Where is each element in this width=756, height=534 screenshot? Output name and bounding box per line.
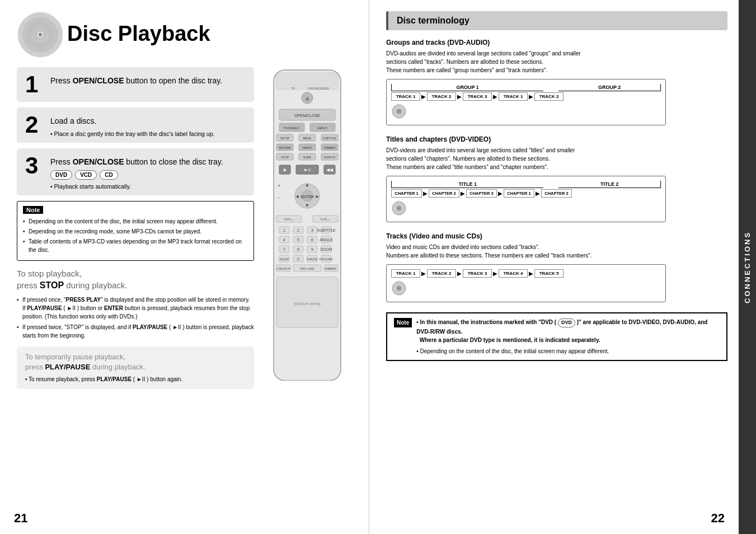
note-item-2: Depending on the recording mode, some MP… — [23, 227, 248, 236]
svg-text:6: 6 — [311, 238, 313, 242]
step-2-content: Load a discs. • Place a disc gently into… — [50, 113, 246, 137]
svg-text:TV/TL +: TV/TL + — [284, 218, 294, 221]
left-main-content: 1 Press OPEN/CLOSE button to open the di… — [17, 67, 358, 389]
page-container: Disc Playback 1 Press OPEN/CLOSE button … — [0, 0, 756, 534]
note-content: Depending on the content of the disc, th… — [23, 217, 248, 254]
note-item-1: Depending on the content of the disc, th… — [23, 217, 248, 226]
note-title: Note — [23, 206, 43, 214]
svg-text:PROG/MU: PROG/MU — [320, 257, 333, 261]
svg-point-100 — [398, 207, 400, 209]
term-section-1-title: Groups and tracks (DVD-AUDIO) — [386, 39, 727, 46]
svg-text:DVD-RECEIVER: DVD-RECEIVER — [308, 87, 329, 90]
svg-point-97 — [398, 110, 400, 113]
svg-text:SURR: SURR — [303, 156, 312, 159]
svg-text:▲: ▲ — [305, 182, 310, 188]
svg-text:◀◀: ◀◀ — [326, 167, 334, 172]
titles-diagram: TITLE 1 TITLE 2 CHAPTER 1 ▶ CHAPTER 2 ▶ … — [386, 176, 666, 222]
svg-text:SLEEP: SLEEP — [280, 257, 289, 261]
pause-note: • To resume playback, press PLAY/PAUSE (… — [25, 375, 246, 383]
remote-control-svg: ⏻ TV DVD-RECEIVER OPEN/CLOSE TV/VIDEO IN… — [262, 67, 352, 381]
svg-text:ZOOM: ZOOM — [321, 247, 332, 251]
svg-text:▼: ▼ — [305, 203, 310, 208]
term-section-tracks: Tracks (Video and music CDs) Video and m… — [386, 232, 727, 302]
svg-text:CANCEL: CANCEL — [307, 257, 318, 261]
step-3-content: Press OPEN/CLOSE button to close the dis… — [50, 154, 246, 190]
note-bottom-line-2: • Depending on the content of the disc, … — [416, 347, 720, 355]
svg-text:RETURN: RETURN — [279, 146, 291, 149]
svg-text:J.SEARCH: J.SEARCH — [276, 267, 290, 270]
term-section-1-desc: DVD-audios are divided into several larg… — [386, 49, 727, 74]
svg-text:SUBTITLE: SUBTITLE — [323, 137, 337, 140]
step-3-text: Press OPEN/CLOSE button to close the dis… — [50, 157, 246, 168]
step-1-text: Press OPEN/CLOSE button to open the disc… — [50, 76, 246, 87]
svg-text:(bottom area): (bottom area) — [294, 301, 321, 306]
step-2-text: Load a discs. — [50, 116, 246, 127]
svg-text:■: ■ — [284, 167, 287, 172]
badge-dvd: DVD — [50, 170, 72, 180]
note-box-bottom: Note • In this manual, the instructions … — [386, 312, 727, 361]
svg-text:TV/VIDEO: TV/VIDEO — [284, 127, 299, 130]
badge-cd: CD — [100, 170, 118, 180]
term-section-2-title: Titles and chapters (DVD-VIDEO) — [386, 135, 727, 143]
svg-text:STOP: STOP — [281, 156, 289, 159]
stop-notes: If pressed once, "PRESS PLAY" is display… — [17, 296, 254, 340]
svg-text:SETUP: SETUP — [280, 137, 290, 140]
note-item-3: Table of contents of a MP3-CD varies dep… — [23, 237, 248, 254]
dvd-badge-note: DVD — [558, 318, 575, 327]
badge-vcd: VCD — [75, 170, 97, 180]
remote-control-col: ⏻ TV DVD-RECEIVER OPEN/CLOSE TV/VIDEO IN… — [262, 67, 358, 389]
stop-note-1: If pressed once, "PRESS PLAY" is display… — [17, 296, 254, 321]
svg-point-103 — [398, 287, 400, 289]
svg-text:►: ► — [315, 194, 320, 199]
svg-text:TV/TL +: TV/TL + — [320, 218, 330, 221]
svg-text:OPEN/CLOSE: OPEN/CLOSE — [294, 114, 320, 118]
svg-text:DIMMER: DIMMER — [324, 146, 336, 149]
svg-text:OSD LANG: OSD LANG — [300, 267, 314, 270]
step-3-number: 3 — [25, 154, 45, 177]
step-1-box: 1 Press OPEN/CLOSE button to open the di… — [17, 67, 254, 102]
svg-text:7: 7 — [283, 247, 285, 251]
svg-text:8: 8 — [297, 247, 299, 251]
stop-section: To stop playback, press STOP during play… — [17, 268, 254, 339]
terminology-header: Disc terminology — [386, 11, 727, 30]
pause-heading: To temporarily pause playback, press PLA… — [25, 352, 246, 372]
svg-text:DIMMER: DIMMER — [325, 267, 337, 270]
term-section-3-desc: Video and music CDs are divided into sec… — [386, 243, 727, 260]
svg-text:TV: TV — [292, 87, 295, 90]
svg-text:1: 1 — [283, 228, 285, 232]
svg-text:MENU: MENU — [303, 137, 312, 140]
svg-text:ANGLE: ANGLE — [320, 238, 333, 242]
step-1-number: 1 — [25, 73, 45, 96]
svg-text:—: — — [278, 196, 281, 199]
pause-section: To temporarily pause playback, press PLA… — [17, 346, 254, 389]
step-2-number: 2 — [25, 113, 45, 137]
tracks-diagram: TRACK 1 ▶ TRACK 2 ▶ TRACK 3 ▶ TRACK 4 ▶ … — [386, 264, 666, 302]
svg-text:0: 0 — [297, 257, 299, 261]
term-section-3-title: Tracks (Video and music CDs) — [386, 232, 727, 240]
step-1-content: Press OPEN/CLOSE button to open the disc… — [50, 73, 246, 87]
connections-sidebar: CONNECTIONS — [739, 0, 756, 534]
svg-text:SUBTITLE: SUBTITLE — [317, 228, 336, 232]
stop-heading: To stop playback, press STOP during play… — [17, 268, 254, 292]
connections-label: CONNECTIONS — [743, 231, 752, 303]
svg-text:INPUT: INPUT — [317, 127, 327, 130]
svg-text:5: 5 — [297, 238, 299, 242]
svg-text:3: 3 — [311, 228, 313, 232]
svg-text:◄: ◄ — [295, 194, 300, 199]
note-bottom-line-1: • In this manual, the instructions marke… — [416, 318, 720, 344]
svg-text:►II: ►II — [304, 167, 311, 172]
left-text-col: 1 Press OPEN/CLOSE button to open the di… — [17, 67, 254, 389]
step-2-note: • Place a disc gently into the tray with… — [50, 130, 246, 137]
svg-text:2: 2 — [297, 228, 299, 232]
step-2-box: 2 Load a discs. • Place a disc gently in… — [17, 107, 254, 143]
note-label-bottom: Note — [394, 318, 412, 327]
svg-text:+: + — [278, 183, 280, 189]
page-number-left: 21 — [14, 511, 27, 526]
svg-point-5 — [39, 33, 42, 36]
svg-text:9: 9 — [311, 247, 313, 251]
svg-text:4: 4 — [283, 238, 285, 242]
disc-icon — [17, 11, 62, 56]
svg-text:SURR AT: SURR AT — [323, 156, 335, 159]
term-section-titles: Titles and chapters (DVD-VIDEO) DVD-vide… — [386, 135, 727, 222]
step-3-box: 3 Press OPEN/CLOSE button to close the d… — [17, 148, 254, 196]
